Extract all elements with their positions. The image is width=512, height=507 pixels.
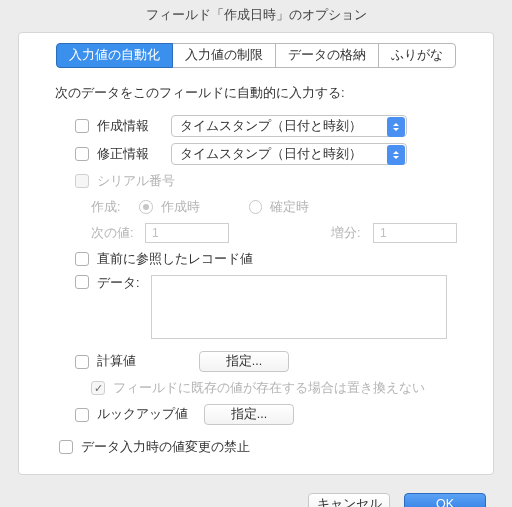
chevron-updown-icon — [387, 145, 405, 165]
options-panel: 入力値の自動化 入力値の制限 データの格納 ふりがな 次のデータをこのフィールド… — [18, 32, 494, 475]
serial-on-create-radio[interactable] — [139, 200, 153, 214]
tab-validation[interactable]: 入力値の制限 — [172, 43, 276, 68]
modification-label: 修正情報 — [97, 146, 163, 163]
serial-next-label: 次の値: — [91, 225, 137, 242]
chevron-updown-icon — [387, 117, 405, 137]
data-checkbox[interactable] — [75, 275, 89, 289]
last-visited-label: 直前に参照したレコード値 — [97, 251, 457, 268]
last-visited-checkbox[interactable] — [75, 252, 89, 266]
tab-bar: 入力値の自動化 入力値の制限 データの格納 ふりがな — [19, 33, 493, 82]
serial-incr-label: 増分: — [331, 225, 365, 242]
creation-label: 作成情報 — [97, 118, 163, 135]
data-textarea[interactable] — [151, 275, 447, 339]
prohibit-mod-label: データ入力時の値変更の禁止 — [81, 439, 457, 456]
lookup-label: ルックアップ値 — [97, 406, 188, 423]
calc-label: 計算値 — [97, 353, 163, 370]
ok-button[interactable]: OK — [404, 493, 486, 507]
serial-incr-input[interactable]: 1 — [373, 223, 457, 243]
modification-select[interactable]: タイムスタンプ（日付と時刻） — [171, 143, 407, 165]
calc-overwrite-checkbox[interactable] — [91, 381, 105, 395]
lookup-specify-button[interactable]: 指定... — [204, 404, 294, 425]
calc-specify-button[interactable]: 指定... — [199, 351, 289, 372]
data-label: データ: — [97, 275, 143, 292]
dialog-footer: キャンセル OK — [0, 485, 512, 507]
modification-checkbox[interactable] — [75, 147, 89, 161]
tab-auto-enter[interactable]: 入力値の自動化 — [56, 43, 173, 68]
creation-select[interactable]: タイムスタンプ（日付と時刻） — [171, 115, 407, 137]
serial-label: シリアル番号 — [97, 173, 457, 190]
creation-checkbox[interactable] — [75, 119, 89, 133]
creation-select-value: タイムスタンプ（日付と時刻） — [180, 118, 362, 135]
lookup-checkbox[interactable] — [75, 408, 89, 422]
serial-on-commit-radio[interactable] — [249, 200, 263, 214]
tab-furigana[interactable]: ふりがな — [378, 43, 456, 68]
calc-overwrite-label: フィールドに既存の値が存在する場合は置き換えない — [113, 380, 457, 397]
window-title: フィールド「作成日時」のオプション — [0, 0, 512, 32]
serial-next-input[interactable]: 1 — [145, 223, 229, 243]
section-header: 次のデータをこのフィールドに自動的に入力する: — [19, 82, 493, 112]
prohibit-mod-checkbox[interactable] — [59, 440, 73, 454]
serial-on-create-label: 作成時 — [161, 199, 241, 216]
serial-checkbox[interactable] — [75, 174, 89, 188]
cancel-button[interactable]: キャンセル — [308, 493, 390, 507]
serial-generate-label: 作成: — [91, 199, 131, 216]
modification-select-value: タイムスタンプ（日付と時刻） — [180, 146, 362, 163]
calc-checkbox[interactable] — [75, 355, 89, 369]
serial-on-commit-label: 確定時 — [270, 199, 309, 216]
tab-storage[interactable]: データの格納 — [275, 43, 379, 68]
